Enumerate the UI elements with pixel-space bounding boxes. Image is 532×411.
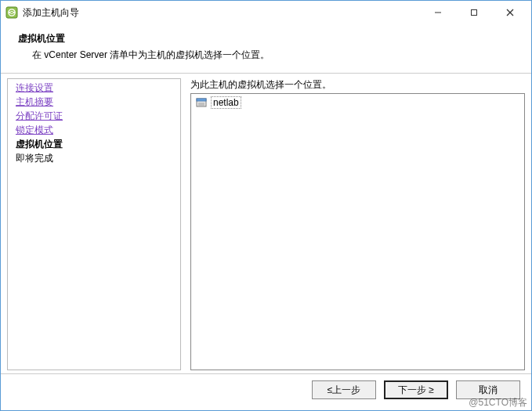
sidebar-item-ready-to-complete: 即将完成 — [8, 151, 180, 165]
tree-node-label: netlab — [211, 96, 241, 109]
sidebar-link[interactable]: 分配许可证 — [16, 110, 63, 121]
sidebar-label: 虚拟机位置 — [16, 139, 63, 150]
sidebar-item-lockdown-mode[interactable]: 锁定模式 — [8, 123, 180, 137]
sidebar-link[interactable]: 连接设置 — [16, 82, 53, 93]
back-button[interactable]: ≤上一步 — [312, 380, 376, 399]
wizard-button-bar: ≤上一步 下一步 ≥ 取消 — [1, 373, 531, 410]
next-button[interactable]: 下一步 ≥ — [384, 380, 448, 399]
location-tree[interactable]: netlab — [190, 93, 525, 370]
wizard-body: 连接设置 主机摘要 分配许可证 锁定模式 虚拟机位置 即将完成 为此主机的虚拟机… — [1, 74, 531, 373]
sidebar-item-host-summary[interactable]: 主机摘要 — [8, 95, 180, 109]
sidebar-item-connection-settings[interactable]: 连接设置 — [8, 81, 180, 95]
sidebar-link[interactable]: 锁定模式 — [16, 124, 53, 135]
sidebar-link[interactable]: 主机摘要 — [16, 96, 53, 107]
maximize-button[interactable] — [456, 2, 492, 23]
content-instruction: 为此主机的虚拟机选择一个位置。 — [190, 78, 525, 92]
close-button[interactable] — [492, 2, 528, 23]
app-icon — [5, 6, 18, 19]
datacenter-icon — [195, 96, 208, 109]
step-title: 虚拟机位置 — [18, 32, 519, 45]
sidebar-label: 即将完成 — [16, 153, 53, 164]
titlebar: 添加主机向导 — [1, 1, 531, 24]
sidebar-item-vm-location: 虚拟机位置 — [8, 137, 180, 151]
step-sidebar: 连接设置 主机摘要 分配许可证 锁定模式 虚拟机位置 即将完成 — [7, 78, 181, 370]
svg-rect-7 — [197, 99, 206, 101]
window-title: 添加主机向导 — [23, 6, 79, 20]
content-pane: 为此主机的虚拟机选择一个位置。 netlab — [190, 78, 525, 370]
tree-node-datacenter[interactable]: netlab — [194, 96, 522, 109]
svg-rect-0 — [6, 7, 17, 18]
svg-rect-3 — [472, 10, 477, 16]
step-description: 在 vCenter Server 清单中为主机的虚拟机选择一个位置。 — [32, 49, 519, 62]
cancel-button[interactable]: 取消 — [456, 380, 520, 399]
wizard-window: 添加主机向导 虚拟机位置 在 vCenter Server 清单中为主机的虚拟机… — [0, 0, 532, 411]
sidebar-item-assign-license[interactable]: 分配许可证 — [8, 109, 180, 123]
minimize-button[interactable] — [420, 2, 456, 23]
wizard-header: 虚拟机位置 在 vCenter Server 清单中为主机的虚拟机选择一个位置。 — [1, 24, 531, 74]
window-controls — [420, 2, 528, 23]
